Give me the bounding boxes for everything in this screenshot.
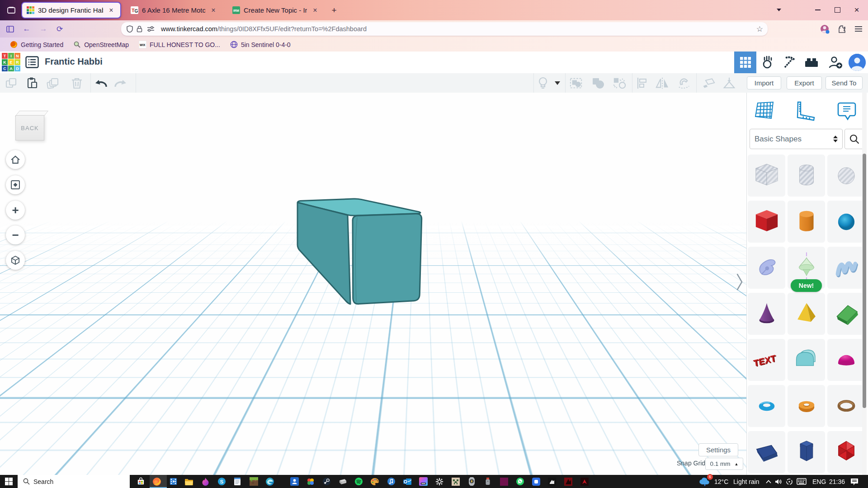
shape-tile-icosphere[interactable] (827, 431, 865, 473)
simlab-hand-icon[interactable] (760, 55, 775, 70)
touch-keyboard-icon[interactable] (797, 475, 807, 488)
paste-icon[interactable] (25, 76, 39, 90)
file-explorer-icon[interactable] (182, 476, 196, 487)
send-to-button[interactable]: Send To (826, 76, 863, 89)
tray-chevron-icon[interactable] (765, 475, 772, 488)
steam-icon[interactable] (320, 476, 333, 487)
zoom-in-button[interactable]: + (6, 201, 25, 220)
shape-tile-half-sphere[interactable] (827, 339, 865, 381)
shape-tile-tube[interactable] (827, 385, 865, 427)
notes-tool-icon[interactable] (835, 99, 858, 122)
notepad-icon[interactable] (231, 476, 244, 487)
snap-grid-dropdown[interactable]: 0.1 mm ▲ (705, 458, 743, 470)
minecraft-icon[interactable] (247, 476, 260, 487)
zoom-out-button[interactable]: − (6, 225, 25, 244)
ungroup-icon[interactable] (613, 76, 626, 90)
weather-condition[interactable]: Light rain (733, 475, 760, 488)
shape-tile-hexagonal-prism[interactable] (788, 431, 825, 473)
bookmark-star-icon[interactable]: ☆ (756, 24, 763, 34)
mirror-icon[interactable] (656, 76, 669, 90)
perspective-toggle-button[interactable] (6, 251, 25, 270)
search-shapes-button[interactable] (844, 129, 864, 149)
shape-tile-cone[interactable] (748, 293, 785, 335)
minecraft-pickaxe-icon[interactable] (782, 55, 797, 70)
url-text[interactable]: www.tinkercad.com/things/0ID8XFfx5UF/edi… (161, 25, 756, 33)
outlook-icon[interactable] (401, 476, 414, 487)
ms-store-icon[interactable] (134, 476, 147, 487)
firefox-icon[interactable] (150, 476, 164, 487)
menu-hamburger-icon[interactable] (852, 23, 865, 35)
shape-tile-roof[interactable] (827, 293, 865, 335)
tab-overflow-caret[interactable] (769, 0, 788, 20)
blue-app-icon[interactable] (529, 476, 543, 487)
maps-multicolor-icon[interactable] (304, 476, 317, 487)
bookmark-sentinel[interactable]: 5in Sentinel 0-4-0 (230, 41, 291, 48)
profile-avatar[interactable] (849, 54, 866, 71)
align-icon[interactable] (636, 76, 649, 90)
view-cube[interactable]: BACK (14, 110, 46, 141)
purple-app-icon[interactable] (497, 476, 511, 487)
design-menu-icon[interactable] (25, 56, 39, 68)
weather-widget[interactable]: 6 (698, 475, 710, 488)
group-icon[interactable] (570, 76, 583, 90)
url-bar[interactable]: www.tinkercad.com/things/0ID8XFfx5UF/edi… (121, 22, 768, 36)
invite-person-icon[interactable] (828, 55, 843, 70)
shape-tile-box-hole[interactable] (748, 155, 785, 197)
whatsapp-icon[interactable] (513, 476, 527, 487)
shape-category-dropdown[interactable]: Basic Shapes (750, 129, 843, 149)
edge-icon[interactable] (263, 476, 277, 487)
shape-tile-sphere-hole[interactable] (827, 155, 865, 197)
shape-tile-cylinder-hole[interactable] (788, 155, 825, 197)
weather-temp[interactable]: 12°C (714, 475, 728, 488)
fit-view-button[interactable] (6, 175, 25, 194)
shape-tile-round-roof[interactable] (788, 339, 825, 381)
scrollbar-thumb[interactable] (863, 154, 866, 408)
bookmark-openstreetmap[interactable]: OpenStreetMap (73, 41, 129, 48)
panel-collapse-chevron[interactable] (736, 272, 743, 291)
shape-tile-text[interactable]: TEXTTEXT (748, 339, 785, 381)
skype-icon[interactable]: S (215, 476, 228, 487)
duplicate-icon[interactable] (46, 76, 60, 90)
group-solid-icon[interactable] (591, 76, 605, 90)
red-app-icon[interactable] (561, 476, 575, 487)
shape-tile-polygon[interactable] (748, 431, 785, 473)
paint-palette-icon[interactable] (368, 476, 382, 487)
tinkercad-logo[interactable]: T I N K E R C A D (2, 53, 21, 72)
light-box-icon[interactable] (336, 476, 349, 487)
close-icon[interactable]: × (107, 6, 116, 14)
action-center-icon[interactable] (850, 475, 859, 488)
browser-tab-3[interactable]: IRM Create New Topic - Irish Railwa × (228, 2, 324, 19)
bookmark-wix[interactable]: WIX FULL HONEST TO GO... (139, 41, 220, 48)
lightbulb-dropdown-caret[interactable] (552, 76, 562, 90)
dark-app-icon[interactable] (545, 476, 559, 487)
show-all-lightbulb-icon[interactable] (536, 76, 550, 90)
teal-box-shape[interactable] (285, 197, 434, 314)
workplane-icon[interactable] (702, 76, 715, 90)
usb-drive-icon[interactable] (481, 476, 495, 487)
restore-button[interactable] (828, 0, 847, 20)
minimize-button[interactable] (808, 0, 827, 20)
ruler-tool-icon[interactable] (793, 99, 816, 122)
ruler-widget-icon[interactable] (722, 76, 736, 90)
home-view-button[interactable] (6, 150, 25, 169)
taskbar-search-box[interactable]: Search (18, 475, 130, 488)
lock-icon[interactable] (134, 25, 145, 33)
magnet-icon[interactable] (677, 76, 691, 90)
photos-flame-icon[interactable] (198, 476, 212, 487)
lego-brick-icon[interactable] (804, 55, 819, 70)
view-cube-back-face[interactable]: BACK (15, 115, 44, 141)
export-button[interactable]: Export (787, 76, 822, 89)
delete-icon[interactable] (70, 76, 84, 90)
start-button[interactable] (2, 476, 15, 487)
shape-tile-torus[interactable] (748, 385, 785, 427)
close-icon[interactable]: × (209, 6, 218, 14)
reload-button[interactable]: ⟳ (53, 23, 66, 35)
settings-button[interactable]: Settings (698, 443, 738, 456)
compass-pod-icon[interactable] (465, 476, 478, 487)
new-tab-button[interactable]: + (328, 5, 340, 16)
design-title[interactable]: Frantic Habbi (45, 56, 103, 67)
forward-button[interactable]: → (37, 23, 50, 35)
paint-3d-icon[interactable] (288, 476, 301, 487)
shape-tile-squiggle[interactable] (827, 247, 865, 289)
blocks-view-button[interactable] (734, 52, 756, 73)
